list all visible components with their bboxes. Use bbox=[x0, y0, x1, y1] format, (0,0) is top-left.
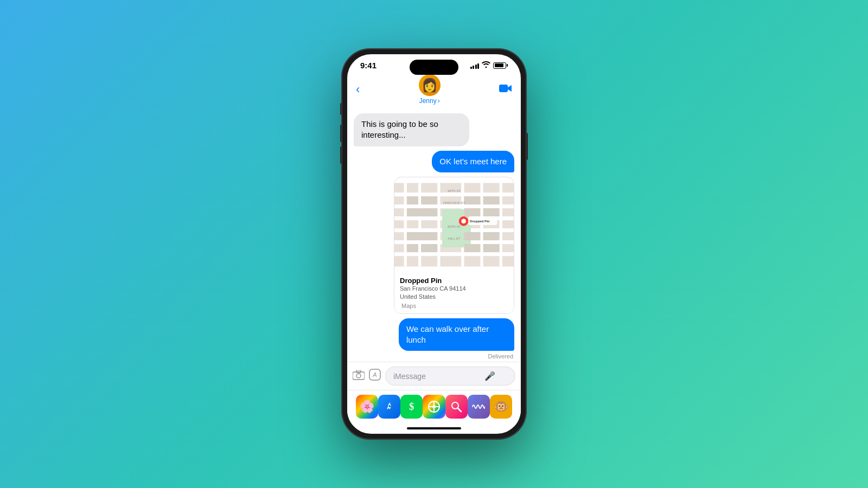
svg-rect-19 bbox=[407, 208, 437, 216]
map-pin-name: Dropped Pin bbox=[400, 277, 508, 285]
chevron-icon: › bbox=[438, 97, 440, 105]
volume-up-button[interactable] bbox=[340, 125, 342, 142]
svg-rect-0 bbox=[499, 85, 508, 92]
map-card[interactable]: 18TH ST HANCOCK ST 20TH ST HILL ST Dropp… bbox=[394, 177, 514, 314]
contact-name-label: Jenny bbox=[419, 97, 437, 105]
dock-photos-app[interactable]: 🌸 bbox=[356, 395, 378, 419]
phone-frame-wrapper: 9:41 bbox=[342, 49, 526, 439]
nav-center[interactable]: 👩 Jenny › bbox=[419, 74, 441, 105]
map-info: Dropped Pin San Francisco CA 94114 Unite… bbox=[394, 272, 514, 313]
phone-screen: 9:41 bbox=[347, 54, 521, 434]
svg-rect-15 bbox=[407, 196, 418, 204]
message-row-map[interactable]: 18TH ST HANCOCK ST 20TH ST HILL ST Dropp… bbox=[354, 177, 514, 314]
map-address-line1: San Francisco CA 94114 bbox=[400, 285, 508, 293]
svg-text:A: A bbox=[372, 371, 376, 378]
svg-rect-18 bbox=[483, 196, 500, 204]
svg-rect-25 bbox=[407, 244, 418, 252]
status-icons bbox=[470, 61, 508, 69]
svg-line-49 bbox=[458, 408, 461, 412]
wifi-icon bbox=[482, 61, 490, 69]
avatar-emoji: 👩 bbox=[422, 79, 438, 92]
dock: 🌸 $ bbox=[347, 390, 521, 425]
message-row-sent-1: OK let's meet here bbox=[354, 151, 514, 172]
status-bar: 9:41 bbox=[347, 54, 521, 72]
dock-monkey-app[interactable]: 🐵 bbox=[490, 395, 512, 419]
silent-button[interactable] bbox=[340, 103, 342, 115]
bubble-received-1: This is going to be so interesting... bbox=[354, 113, 469, 146]
svg-rect-17 bbox=[464, 196, 480, 204]
home-indicator[interactable] bbox=[407, 427, 461, 429]
svg-rect-39 bbox=[356, 370, 361, 373]
nav-bar: ‹ 👩 Jenny › bbox=[347, 72, 521, 109]
message-row-sent-2: We can walk over after lunch bbox=[354, 318, 514, 351]
svg-text:20TH ST: 20TH ST bbox=[448, 224, 461, 228]
svg-point-38 bbox=[356, 374, 361, 378]
message-row-received-1: This is going to be so interesting... bbox=[354, 113, 514, 146]
svg-text:18TH ST: 18TH ST bbox=[448, 189, 461, 192]
map-address-line2: United States bbox=[400, 293, 508, 301]
bubble-sent-2: We can walk over after lunch bbox=[399, 318, 514, 351]
svg-rect-23 bbox=[464, 232, 480, 240]
volume-down-button[interactable] bbox=[340, 146, 342, 164]
svg-point-43 bbox=[432, 405, 436, 408]
map-source-label: Maps bbox=[401, 303, 416, 309]
svg-rect-10 bbox=[437, 183, 440, 266]
message-text-1: This is going to be so interesting... bbox=[361, 119, 438, 139]
dynamic-island bbox=[410, 60, 458, 75]
message-input[interactable]: iMessage 🎤 bbox=[385, 367, 515, 386]
svg-rect-20 bbox=[464, 208, 480, 216]
svg-rect-7 bbox=[394, 252, 514, 256]
message-text-2: OK let's meet here bbox=[439, 157, 507, 166]
signal-bar-3 bbox=[475, 65, 477, 69]
battery-icon bbox=[493, 62, 508, 69]
svg-rect-27 bbox=[464, 244, 480, 252]
messages-area: This is going to be so interesting... OK… bbox=[347, 109, 521, 362]
svg-rect-37 bbox=[353, 372, 365, 380]
input-bar: A iMessage 🎤 bbox=[347, 362, 521, 390]
svg-rect-21 bbox=[483, 208, 500, 216]
svg-rect-16 bbox=[421, 196, 437, 204]
contact-name: Jenny › bbox=[419, 97, 440, 105]
map-source: Maps bbox=[400, 303, 508, 309]
svg-point-34 bbox=[461, 219, 466, 223]
dock-appstore-app[interactable] bbox=[378, 395, 400, 419]
svg-rect-22 bbox=[407, 232, 437, 240]
power-button[interactable] bbox=[526, 133, 528, 160]
svg-rect-9 bbox=[418, 183, 421, 266]
dock-waves-app[interactable] bbox=[468, 395, 490, 419]
svg-rect-13 bbox=[500, 183, 502, 266]
svg-rect-8 bbox=[404, 183, 407, 266]
message-text-4: We can walk over after lunch bbox=[406, 324, 489, 344]
apps-button[interactable]: A bbox=[369, 369, 381, 384]
svg-rect-24 bbox=[483, 232, 500, 240]
input-placeholder: iMessage bbox=[393, 372, 426, 381]
signal-bar-1 bbox=[470, 67, 472, 69]
svg-text:HANCOCK ST: HANCOCK ST bbox=[443, 201, 465, 204]
svg-rect-3 bbox=[394, 204, 514, 208]
map-visual: 18TH ST HANCOCK ST 20TH ST HILL ST Dropp… bbox=[394, 177, 514, 272]
signal-bar-2 bbox=[473, 66, 474, 69]
dock-cashapp-app[interactable]: $ bbox=[400, 395, 423, 419]
dock-wheel-app[interactable] bbox=[423, 395, 445, 419]
status-time: 9:41 bbox=[360, 61, 376, 70]
signal-icon bbox=[470, 62, 480, 69]
map-address: San Francisco CA 94114 United States bbox=[400, 285, 508, 301]
delivered-status: Delivered bbox=[354, 353, 514, 359]
mic-icon[interactable]: 🎤 bbox=[484, 371, 495, 381]
dock-search-app[interactable] bbox=[445, 395, 468, 419]
camera-button[interactable] bbox=[353, 369, 365, 383]
video-call-button[interactable] bbox=[499, 84, 512, 96]
svg-rect-26 bbox=[421, 244, 437, 252]
avatar: 👩 bbox=[419, 74, 441, 96]
bubble-sent-1: OK let's meet here bbox=[432, 151, 514, 172]
signal-bar-4 bbox=[477, 63, 479, 69]
svg-rect-2 bbox=[394, 192, 514, 196]
svg-text:HILL ST: HILL ST bbox=[448, 236, 461, 240]
svg-rect-28 bbox=[483, 244, 500, 252]
svg-text:Dropped Pin: Dropped Pin bbox=[470, 219, 490, 222]
back-button[interactable]: ‹ bbox=[356, 82, 360, 97]
